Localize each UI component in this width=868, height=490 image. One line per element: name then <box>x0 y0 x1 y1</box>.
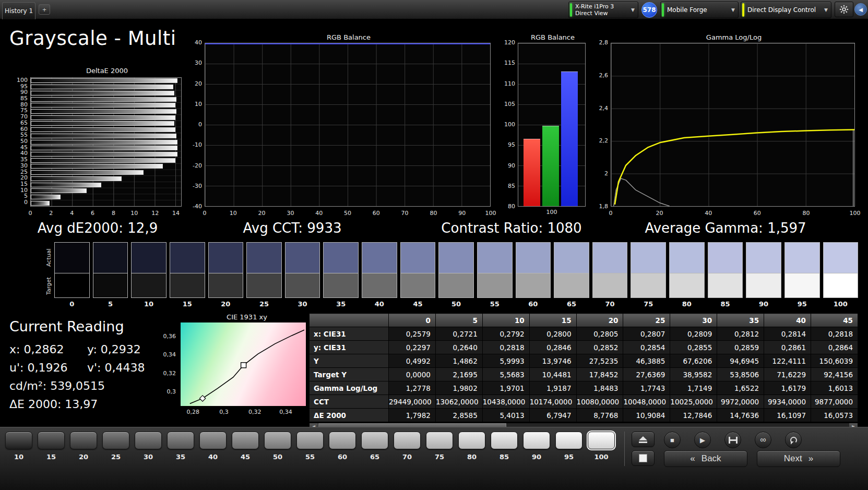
table-cell: 1,7743 <box>623 381 670 395</box>
patch-level-label: 65 <box>361 453 388 461</box>
play-button[interactable]: ▶ <box>694 432 711 448</box>
table-row: x: CIE310,25790,27210,27920,28000,28050,… <box>310 327 858 341</box>
table-cell: 10025,0000 <box>670 395 717 409</box>
rgb-bars-y-tick-label: 105 <box>504 101 515 108</box>
patch-button-45[interactable] <box>232 432 259 449</box>
swatch-column-15: 15 <box>170 242 205 308</box>
settings-button[interactable] <box>835 2 853 17</box>
table-column-header: 30 <box>670 314 717 327</box>
patch-cell-45: 45 <box>232 432 259 461</box>
actual-row-label: Actual <box>45 242 52 273</box>
history-tab[interactable]: History 1 <box>2 2 35 19</box>
source-dropdown[interactable]: Mobile Forge ▼ <box>660 2 739 18</box>
table-cell: 29449,0000 <box>389 395 436 409</box>
cie-y-tick-label: 0,3 <box>167 388 176 396</box>
swatch-column-35: 35 <box>323 242 359 308</box>
table-cell: 1,4862 <box>435 354 482 368</box>
deltae-bar-15 <box>31 183 101 187</box>
pause-button[interactable] <box>724 432 741 448</box>
pattern-window-button[interactable] <box>632 450 655 466</box>
swatch-box <box>746 242 781 298</box>
eject-button[interactable] <box>632 432 655 447</box>
deltae-bar-95 <box>31 85 173 89</box>
table-cell: 53,8506 <box>717 368 764 381</box>
table-cell: 0,2854 <box>623 341 670 354</box>
patch-level-label: 10 <box>5 453 32 461</box>
patch-button-55[interactable] <box>296 432 324 449</box>
patch-cell-80: 80 <box>458 432 485 461</box>
stop-button[interactable]: ■ <box>664 432 681 448</box>
next-button[interactable]: Next » <box>757 450 840 467</box>
back-button[interactable]: « Back <box>664 450 747 467</box>
rgb-line-x-axis: 0102030405060708090100 <box>205 209 491 217</box>
gamma-chart-title: Gamma Log/Log <box>611 33 857 42</box>
gamma-x-tick-label: 0 <box>609 210 613 217</box>
patch-button-30[interactable] <box>135 432 162 449</box>
gamma-y-tick-label: 2 <box>604 170 608 177</box>
target-white-point-marker <box>241 363 246 368</box>
table-cell: 46,3885 <box>623 354 670 368</box>
chevron-down-icon: ▼ <box>728 7 738 13</box>
deltae-bar-25 <box>31 170 144 175</box>
collapse-panel-button[interactable]: ◀ <box>854 3 867 16</box>
actual-swatch <box>170 243 205 273</box>
table-cell: 0,2855 <box>670 341 717 354</box>
measurement-count-badge[interactable]: 578 <box>641 2 657 18</box>
swatch-column-0: 0 <box>54 242 90 308</box>
swatch-level-label: 100 <box>823 300 859 308</box>
play-icon: ▶ <box>700 436 705 444</box>
refresh-button[interactable] <box>785 432 802 448</box>
rgb-line-x-tick-label: 50 <box>344 210 351 217</box>
patch-button-75[interactable] <box>426 432 453 449</box>
swatch-level-label: 75 <box>631 300 666 308</box>
patch-button-10[interactable] <box>5 432 32 449</box>
patch-cell-60: 60 <box>329 432 356 461</box>
gamma-chart-body: 2,82,62,42,221,8 <box>592 43 855 207</box>
display-control-dropdown[interactable]: Direct Display Control ▼ <box>741 2 831 18</box>
chevrons-left-icon: « <box>690 453 695 464</box>
add-tab-button[interactable]: + <box>39 4 50 15</box>
patch-button-85[interactable] <box>491 432 518 449</box>
deltae-plot-area <box>30 77 182 207</box>
deltae-bar-100 <box>31 78 177 83</box>
target-swatch <box>593 273 627 297</box>
patch-button-80[interactable] <box>458 432 485 449</box>
patch-cell-35: 35 <box>167 432 194 461</box>
deltae-bar-65 <box>31 121 174 126</box>
swatch-level-label: 60 <box>516 300 551 308</box>
table-cell: 1,9802 <box>435 381 482 395</box>
deltae-bar-40 <box>31 152 177 157</box>
bottom-bar: 101520253035404550556065707580859095100 … <box>0 427 868 490</box>
swatch-level-label: 10 <box>131 300 167 308</box>
table-row-label: Gamma Log/Log <box>310 381 389 395</box>
continuous-measure-button[interactable]: ∞ <box>755 432 771 448</box>
patch-button-100[interactable] <box>588 432 615 449</box>
patch-button-40[interactable] <box>199 432 227 449</box>
patch-button-90[interactable] <box>523 432 550 449</box>
patch-button-15[interactable] <box>38 432 65 449</box>
target-swatch <box>247 273 281 297</box>
uv-reading: u': 0,1926 v': 0,4438 <box>9 361 166 374</box>
stop-icon: ■ <box>670 436 674 444</box>
cie-chart: CIE 1931 xy 0,360,340,320,3 0,280,30,320… <box>157 313 313 426</box>
patch-button-70[interactable] <box>394 432 421 449</box>
patch-button-60[interactable] <box>329 432 356 449</box>
patch-cell-40: 40 <box>199 432 227 461</box>
rgb-bars-plot-area <box>518 43 586 207</box>
deltae-x-tick-label: 0 <box>29 210 32 217</box>
table-cell: 10438,0000 <box>482 395 529 409</box>
patch-level-label: 70 <box>394 453 421 461</box>
infinity-icon: ∞ <box>760 435 766 445</box>
patch-button-65[interactable] <box>361 432 388 449</box>
patch-button-25[interactable] <box>102 432 129 449</box>
rgb-line-plot-area <box>205 43 491 207</box>
patch-button-20[interactable] <box>70 432 97 449</box>
swatch-column-75: 75 <box>631 242 666 308</box>
meter-dropdown[interactable]: X-Rite i1Pro 3 Direct View ▼ <box>568 2 638 18</box>
table-corner-cell <box>310 314 389 327</box>
patch-button-95[interactable] <box>555 432 582 449</box>
swatch-column-60: 60 <box>516 242 551 308</box>
patch-button-50[interactable] <box>264 432 291 449</box>
patch-button-35[interactable] <box>167 432 194 449</box>
cie-overlay <box>181 322 306 406</box>
